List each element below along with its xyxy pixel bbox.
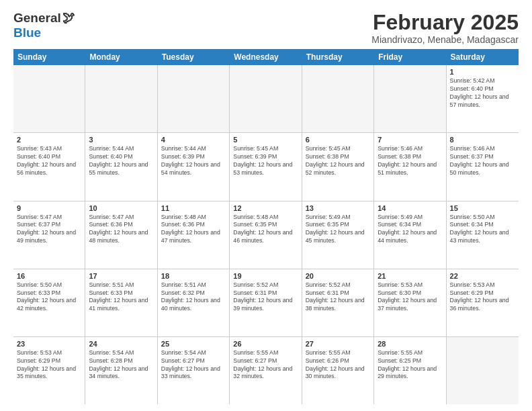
day-number: 20 — [306, 272, 370, 280]
day-number: 11 — [161, 204, 226, 212]
day-number: 26 — [233, 340, 298, 348]
month-title: February 2025 — [371, 11, 519, 34]
cal-cell-1-6: 8Sunrise: 5:46 AM Sunset: 6:37 PM Daylig… — [447, 133, 519, 200]
day-info: Sunrise: 5:46 AM Sunset: 6:37 PM Dayligh… — [450, 145, 515, 177]
day-info: Sunrise: 5:52 AM Sunset: 6:31 PM Dayligh… — [233, 281, 298, 314]
location: Miandrivazo, Menabe, Madagascar — [371, 34, 519, 45]
day-info: Sunrise: 5:53 AM Sunset: 6:29 PM Dayligh… — [17, 349, 81, 381]
logo-text: General🕊 — [13, 11, 75, 26]
day-number: 22 — [450, 272, 515, 280]
day-info: Sunrise: 5:45 AM Sunset: 6:39 PM Dayligh… — [233, 145, 298, 177]
day-number: 27 — [306, 340, 370, 348]
cal-cell-3-5: 21Sunrise: 5:53 AM Sunset: 6:30 PM Dayli… — [374, 269, 446, 336]
cal-cell-2-5: 14Sunrise: 5:49 AM Sunset: 6:34 PM Dayli… — [374, 201, 446, 269]
cal-cell-2-6: 15Sunrise: 5:50 AM Sunset: 6:34 PM Dayli… — [447, 201, 519, 269]
cal-cell-4-3: 26Sunrise: 5:55 AM Sunset: 6:27 PM Dayli… — [230, 337, 302, 404]
day-info: Sunrise: 5:49 AM Sunset: 6:34 PM Dayligh… — [378, 214, 442, 246]
cal-cell-2-4: 13Sunrise: 5:49 AM Sunset: 6:35 PM Dayli… — [302, 201, 374, 269]
logo-blue-text: Blue — [13, 26, 41, 40]
header-sunday: Sunday — [13, 49, 85, 65]
day-number: 13 — [306, 204, 370, 212]
day-info: Sunrise: 5:53 AM Sunset: 6:29 PM Dayligh… — [450, 281, 515, 314]
calendar-header: Sunday Monday Tuesday Wednesday Thursday… — [13, 49, 519, 65]
day-number: 28 — [378, 340, 442, 348]
cal-cell-3-6: 22Sunrise: 5:53 AM Sunset: 6:29 PM Dayli… — [447, 269, 519, 336]
day-info: Sunrise: 5:55 AM Sunset: 6:26 PM Dayligh… — [306, 349, 370, 381]
cal-row-0: 1Sunrise: 5:42 AM Sunset: 6:40 PM Daylig… — [13, 65, 519, 133]
cal-cell-1-3: 5Sunrise: 5:45 AM Sunset: 6:39 PM Daylig… — [230, 133, 302, 200]
day-info: Sunrise: 5:49 AM Sunset: 6:35 PM Dayligh… — [306, 214, 370, 246]
day-info: Sunrise: 5:42 AM Sunset: 6:40 PM Dayligh… — [450, 77, 515, 109]
day-number: 6 — [306, 136, 370, 144]
cal-row-2: 9Sunrise: 5:47 AM Sunset: 6:37 PM Daylig… — [13, 201, 519, 269]
day-number: 23 — [17, 340, 81, 348]
logo-general: General — [13, 11, 61, 25]
cal-cell-0-1 — [85, 65, 157, 132]
day-number: 7 — [378, 136, 442, 144]
day-number: 2 — [17, 136, 81, 144]
day-number: 24 — [89, 340, 153, 348]
day-number: 5 — [233, 136, 298, 144]
day-info: Sunrise: 5:52 AM Sunset: 6:31 PM Dayligh… — [306, 281, 370, 314]
cal-row-1: 2Sunrise: 5:43 AM Sunset: 6:40 PM Daylig… — [13, 133, 519, 201]
day-info: Sunrise: 5:54 AM Sunset: 6:28 PM Dayligh… — [89, 349, 153, 381]
day-info: Sunrise: 5:43 AM Sunset: 6:40 PM Dayligh… — [17, 145, 81, 177]
day-number: 21 — [378, 272, 442, 280]
cal-cell-0-4 — [302, 65, 374, 132]
day-info: Sunrise: 5:51 AM Sunset: 6:32 PM Dayligh… — [161, 281, 226, 314]
cal-cell-0-2 — [158, 65, 230, 132]
day-info: Sunrise: 5:44 AM Sunset: 6:40 PM Dayligh… — [89, 145, 153, 177]
calendar-body: 1Sunrise: 5:42 AM Sunset: 6:40 PM Daylig… — [13, 65, 519, 404]
day-number: 4 — [161, 136, 226, 144]
header-monday: Monday — [85, 49, 157, 65]
cal-cell-0-6: 1Sunrise: 5:42 AM Sunset: 6:40 PM Daylig… — [447, 65, 519, 132]
day-number: 18 — [161, 272, 226, 280]
day-info: Sunrise: 5:48 AM Sunset: 6:35 PM Dayligh… — [233, 214, 298, 246]
day-info: Sunrise: 5:50 AM Sunset: 6:33 PM Dayligh… — [17, 281, 81, 314]
day-number: 9 — [17, 204, 81, 212]
day-info: Sunrise: 5:47 AM Sunset: 6:36 PM Dayligh… — [89, 214, 153, 246]
day-number: 25 — [161, 340, 226, 348]
header-friday: Friday — [374, 49, 446, 65]
calendar: Sunday Monday Tuesday Wednesday Thursday… — [13, 49, 519, 404]
cal-row-3: 16Sunrise: 5:50 AM Sunset: 6:33 PM Dayli… — [13, 269, 519, 337]
cal-cell-4-1: 24Sunrise: 5:54 AM Sunset: 6:28 PM Dayli… — [85, 337, 157, 404]
header-wednesday: Wednesday — [230, 49, 302, 65]
day-info: Sunrise: 5:55 AM Sunset: 6:25 PM Dayligh… — [378, 349, 442, 381]
cal-cell-3-1: 17Sunrise: 5:51 AM Sunset: 6:33 PM Dayli… — [85, 269, 157, 336]
day-info: Sunrise: 5:44 AM Sunset: 6:39 PM Dayligh… — [161, 145, 226, 177]
day-info: Sunrise: 5:53 AM Sunset: 6:30 PM Dayligh… — [378, 281, 442, 314]
cal-cell-1-4: 6Sunrise: 5:45 AM Sunset: 6:38 PM Daylig… — [302, 133, 374, 200]
day-number: 12 — [233, 204, 298, 212]
cal-cell-1-5: 7Sunrise: 5:46 AM Sunset: 6:38 PM Daylig… — [374, 133, 446, 200]
cal-cell-4-2: 25Sunrise: 5:54 AM Sunset: 6:27 PM Dayli… — [158, 337, 230, 404]
day-number: 17 — [89, 272, 153, 280]
day-number: 10 — [89, 204, 153, 212]
day-number: 14 — [378, 204, 442, 212]
cal-cell-3-0: 16Sunrise: 5:50 AM Sunset: 6:33 PM Dayli… — [13, 269, 85, 336]
day-info: Sunrise: 5:46 AM Sunset: 6:38 PM Dayligh… — [378, 145, 442, 177]
day-info: Sunrise: 5:45 AM Sunset: 6:38 PM Dayligh… — [306, 145, 370, 177]
cal-cell-1-2: 4Sunrise: 5:44 AM Sunset: 6:39 PM Daylig… — [158, 133, 230, 200]
cal-cell-4-5: 28Sunrise: 5:55 AM Sunset: 6:25 PM Dayli… — [374, 337, 446, 404]
header-thursday: Thursday — [302, 49, 374, 65]
day-info: Sunrise: 5:54 AM Sunset: 6:27 PM Dayligh… — [161, 349, 226, 381]
day-info: Sunrise: 5:55 AM Sunset: 6:27 PM Dayligh… — [233, 349, 298, 381]
cal-cell-1-1: 3Sunrise: 5:44 AM Sunset: 6:40 PM Daylig… — [85, 133, 157, 200]
cal-cell-2-3: 12Sunrise: 5:48 AM Sunset: 6:35 PM Dayli… — [230, 201, 302, 269]
day-number: 8 — [450, 136, 515, 144]
cal-cell-2-1: 10Sunrise: 5:47 AM Sunset: 6:36 PM Dayli… — [85, 201, 157, 269]
cal-cell-4-4: 27Sunrise: 5:55 AM Sunset: 6:26 PM Dayli… — [302, 337, 374, 404]
day-info: Sunrise: 5:48 AM Sunset: 6:36 PM Dayligh… — [161, 214, 226, 246]
title-block: February 2025 Miandrivazo, Menabe, Madag… — [371, 11, 519, 45]
cal-row-4: 23Sunrise: 5:53 AM Sunset: 6:29 PM Dayli… — [13, 337, 519, 404]
header-tuesday: Tuesday — [158, 49, 230, 65]
logo: General🕊 Blue — [13, 11, 75, 40]
day-info: Sunrise: 5:51 AM Sunset: 6:33 PM Dayligh… — [89, 281, 153, 314]
header-saturday: Saturday — [447, 49, 519, 65]
cal-cell-0-5 — [374, 65, 446, 132]
day-number: 15 — [450, 204, 515, 212]
day-info: Sunrise: 5:47 AM Sunset: 6:37 PM Dayligh… — [17, 214, 81, 246]
day-number: 16 — [17, 272, 81, 280]
day-info: Sunrise: 5:50 AM Sunset: 6:34 PM Dayligh… — [450, 214, 515, 246]
